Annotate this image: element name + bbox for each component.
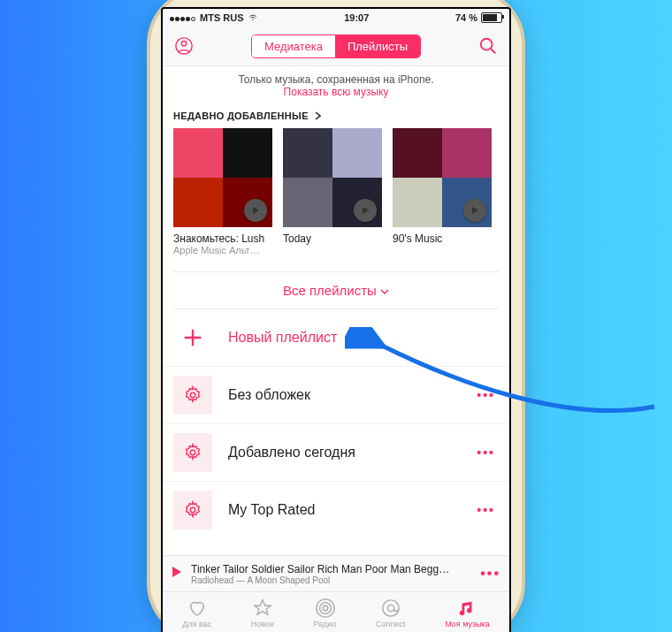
seg-library-tab[interactable]: Медиатека [252,35,335,57]
tab-radio[interactable]: Радио [314,598,337,628]
playlist-art [173,128,272,227]
battery-pct-label: 74 % [455,12,477,23]
search-icon[interactable] [476,34,500,58]
play-icon[interactable] [463,199,486,222]
at-icon [381,598,401,618]
now-playing-subtitle: Radiohead — A Moon Shaped Pool [191,575,471,585]
profile-icon[interactable] [172,34,196,58]
clock-label: 19:07 [344,12,369,23]
playlist-art [283,128,382,227]
svg-point-9 [383,600,399,616]
playlist-subtitle: Apple Music Альт… [173,245,272,255]
playlist-row-label: My Top Rated [228,502,477,518]
playlist-title: Today [283,232,382,245]
playlist-row[interactable]: Добавлено сегодня ••• [163,424,509,482]
segmented-control: Медиатека Плейлисты [251,34,421,58]
now-playing-title: Tinker Tailor Soldier Sailor Rich Man Po… [191,563,471,575]
playlist-title: 90's Music [393,232,492,245]
playlist-title: Знакомьтесь: Lush [173,232,272,245]
more-icon[interactable]: ••• [477,388,495,402]
svg-point-6 [323,605,328,611]
play-icon[interactable] [354,199,377,222]
recently-added-header[interactable]: НЕДАВНО ДОБАВЛЕННЫЕ [163,105,509,128]
banner-text: Только музыка, сохраненная на iPhone. [172,73,500,86]
svg-point-7 [319,603,331,614]
playlist-row[interactable]: My Top Rated ••• [163,482,509,538]
wifi-icon [248,13,258,22]
playlist-row[interactable]: Без обложек ••• [163,367,509,424]
svg-point-4 [190,450,195,455]
svg-point-5 [190,507,195,513]
signal-dots-icon [170,12,196,23]
tab-label: Новое [251,620,274,628]
playlist-card[interactable]: Today [283,128,382,255]
playlist-art [393,128,492,227]
nav-bar: Медиатека Плейлисты [163,27,509,66]
heart-icon [187,598,207,618]
playlist-row-label: Без обложек [228,387,477,403]
plus-icon [173,318,212,357]
chevron-down-icon [380,288,389,295]
local-only-banner: Только музыка, сохраненная на iPhone. По… [163,66,509,105]
tab-for-you[interactable]: Для вас [182,598,211,628]
music-icon [457,598,477,618]
gear-icon [173,376,212,415]
more-icon[interactable]: ••• [480,566,500,582]
filter-label: Все плейлисты [283,283,377,298]
new-playlist-label: Новый плейлист [228,330,495,346]
battery-icon [481,12,502,23]
svg-point-1 [181,42,187,47]
play-button[interactable] [172,566,182,582]
radio-icon [316,598,335,618]
more-icon[interactable]: ••• [477,445,495,460]
tab-label: Радио [314,620,337,628]
carrier-label: MTS RUS [200,12,244,23]
svg-point-3 [190,392,195,398]
chevron-right-icon [314,111,321,120]
tab-label: Для вас [182,620,211,628]
tab-new[interactable]: Новое [251,598,274,628]
gear-icon [173,491,212,529]
show-all-music-link[interactable]: Показать всю музыку [172,86,500,98]
recently-added-label: НЕДАВНО ДОБАВЛЕННЫЕ [173,110,309,121]
status-bar: MTS RUS 19:07 74 % [163,9,509,27]
svg-point-10 [387,605,393,611]
playlist-card[interactable]: Знакомьтесь: Lush Apple Music Альт… [173,128,272,255]
more-icon[interactable]: ••• [477,503,495,517]
play-icon[interactable] [244,199,267,222]
tab-label: Моя музыка [445,620,490,628]
all-playlists-filter[interactable]: Все плейлисты [163,272,509,308]
tab-bar: Для вас Новое Радио Connect Моя музыка [163,591,509,632]
playlist-card[interactable]: 90's Music [393,128,492,255]
seg-playlists-tab[interactable]: Плейлисты [335,35,420,57]
tab-my-music[interactable]: Моя музыка [445,598,490,628]
gear-icon [173,433,212,472]
tab-label: Connect [376,620,406,628]
playlist-row-label: Добавлено сегодня [228,445,477,461]
tab-connect[interactable]: Connect [376,598,406,628]
now-playing-bar[interactable]: Tinker Tailor Soldier Sailor Rich Man Po… [163,555,509,591]
star-icon [253,598,272,618]
new-playlist-row[interactable]: Новый плейлист [163,309,509,367]
svg-point-2 [481,39,493,50]
recently-added-scroller[interactable]: Знакомьтесь: Lush Apple Music Альт… Toda… [163,128,509,263]
